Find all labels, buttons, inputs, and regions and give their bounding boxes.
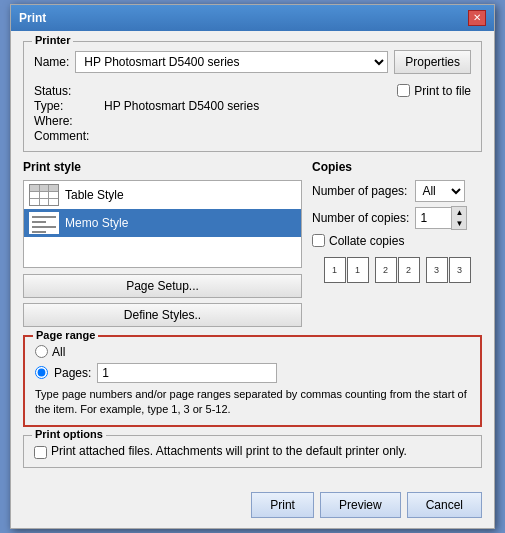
num-pages-select[interactable]: All (415, 180, 465, 202)
preview-button[interactable]: Preview (320, 492, 401, 518)
print-to-file-row: Print to file (397, 84, 471, 98)
page-range-label: Page range (33, 329, 98, 341)
printer-group-label: Printer (32, 34, 73, 46)
print-dialog: Print ✕ Printer Name: HP Photosmart D540… (10, 4, 495, 530)
style-list: Table Style Memo Style (23, 180, 302, 268)
dialog-title: Print (19, 11, 46, 25)
collate-page-1b: 1 (347, 257, 369, 283)
close-button[interactable]: ✕ (468, 10, 486, 26)
define-styles-button[interactable]: Define Styles.. (23, 303, 302, 327)
status-label: Status: (34, 84, 104, 98)
printer-name-row: Name: HP Photosmart D5400 series Propert… (34, 50, 471, 74)
spin-down-button[interactable]: ▼ (452, 218, 466, 229)
num-copies-input[interactable] (415, 207, 451, 229)
collate-page-3a: 3 (426, 257, 448, 283)
all-pages-label: All (52, 345, 65, 359)
comment-value (104, 129, 259, 143)
collate-illustration: 1 1 2 2 3 3 (312, 254, 482, 283)
print-attached-label: Print attached files. Attachments will p… (51, 444, 407, 458)
table-style-label: Table Style (65, 188, 124, 202)
page-range-hint: Type page numbers and/or page ranges sep… (35, 387, 470, 418)
num-copies-spinner: ▲ ▼ (415, 206, 482, 230)
printer-info: Status: Type: HP Photosmart D5400 series… (34, 84, 259, 143)
print-style-section: Print style Table Style (23, 160, 302, 327)
all-radio-row: All (35, 345, 470, 359)
pages-input[interactable] (97, 363, 277, 383)
num-pages-label: Number of pages: (312, 184, 409, 198)
pages-label: Pages: (54, 366, 91, 380)
where-label: Where: (34, 114, 104, 128)
printer-name-select[interactable]: HP Photosmart D5400 series (75, 51, 388, 73)
properties-button[interactable]: Properties (394, 50, 471, 74)
collate-row: Collate copies (312, 234, 482, 248)
title-bar-buttons: ✕ (468, 10, 486, 26)
print-options-label: Print options (32, 428, 106, 440)
pages-radio[interactable] (35, 366, 48, 379)
spin-up-button[interactable]: ▲ (452, 207, 466, 218)
collate-page-2b: 2 (398, 257, 420, 283)
page-setup-button[interactable]: Page Setup... (23, 274, 302, 298)
spin-buttons: ▲ ▼ (451, 206, 467, 230)
attach-option-row: Print attached files. Attachments will p… (34, 444, 471, 459)
printer-name-label: Name: (34, 55, 69, 69)
print-button[interactable]: Print (251, 492, 314, 518)
memo-style-thumb (29, 212, 59, 234)
num-copies-label: Number of copies: (312, 211, 409, 225)
printer-group: Printer Name: HP Photosmart D5400 series… (23, 41, 482, 152)
where-value (104, 114, 259, 128)
style-item-memo[interactable]: Memo Style (24, 209, 301, 237)
print-options-group: Print options Print attached files. Atta… (23, 435, 482, 468)
memo-style-label: Memo Style (65, 216, 128, 230)
pages-radio-row: Pages: (35, 363, 470, 383)
collate-label: Collate copies (329, 234, 404, 248)
collate-page-2a: 2 (375, 257, 397, 283)
table-style-thumb (29, 184, 59, 206)
style-buttons: Page Setup... Define Styles.. (23, 274, 302, 327)
status-value (104, 84, 259, 98)
page-range-group: Page range All Pages: Type page numbers … (23, 335, 482, 428)
style-item-table[interactable]: Table Style (24, 181, 301, 209)
copies-section: Copies Number of pages: All Number of co… (312, 160, 482, 327)
type-label: Type: (34, 99, 104, 113)
copies-title: Copies (312, 160, 482, 174)
collate-page-3b: 3 (449, 257, 471, 283)
dialog-body: Printer Name: HP Photosmart D5400 series… (11, 31, 494, 487)
main-content: Print style Table Style (23, 160, 482, 327)
print-to-file-label: Print to file (414, 84, 471, 98)
all-pages-radio[interactable] (35, 345, 48, 358)
print-to-file-checkbox[interactable] (397, 84, 410, 97)
comment-label: Comment: (34, 129, 104, 143)
footer: Print Preview Cancel (11, 486, 494, 528)
cancel-button[interactable]: Cancel (407, 492, 482, 518)
type-value: HP Photosmart D5400 series (104, 99, 259, 113)
collate-checkbox[interactable] (312, 234, 325, 247)
print-style-title: Print style (23, 160, 302, 174)
collate-page-1a: 1 (324, 257, 346, 283)
print-attached-checkbox[interactable] (34, 446, 47, 459)
title-bar: Print ✕ (11, 5, 494, 31)
